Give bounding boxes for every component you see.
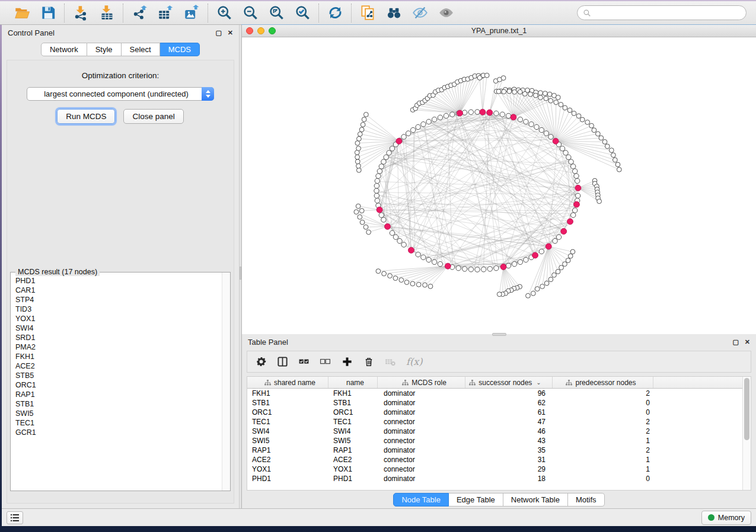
graph-node[interactable] xyxy=(500,112,505,117)
graph-node[interactable] xyxy=(524,119,528,124)
graph-node[interactable] xyxy=(384,155,388,159)
graph-hub-node[interactable] xyxy=(567,219,573,225)
graph-leaf-node[interactable] xyxy=(576,114,581,118)
graph-leaf-node[interactable] xyxy=(393,276,398,281)
export-table-button[interactable] xyxy=(157,4,174,22)
run-mcds-button[interactable]: Run MCDS xyxy=(57,109,115,124)
graph-leaf-node[interactable] xyxy=(360,220,365,225)
tab-mcds[interactable]: MCDS xyxy=(160,43,200,56)
tab-select[interactable]: Select xyxy=(122,43,160,56)
graph-leaf-node[interactable] xyxy=(544,96,548,101)
graph-leaf-node[interactable] xyxy=(358,214,362,219)
graph-node[interactable] xyxy=(438,261,442,266)
mcds-result-item[interactable]: RAP1 xyxy=(15,390,222,399)
graph-node[interactable] xyxy=(401,134,406,139)
graph-leaf-node[interactable] xyxy=(356,146,361,151)
graph-node[interactable] xyxy=(426,257,431,262)
table-row[interactable]: ACE2ACE2connector311 xyxy=(247,455,742,464)
graph-node[interactable] xyxy=(494,265,499,270)
graph-leaf-node[interactable] xyxy=(423,283,428,287)
graph-node[interactable] xyxy=(406,131,410,136)
graph-node[interactable] xyxy=(379,213,384,217)
graph-leaf-node[interactable] xyxy=(559,265,564,270)
graph-leaf-node[interactable] xyxy=(556,95,560,100)
mcds-result-item[interactable]: PHD1 xyxy=(15,276,222,286)
import-network-button[interactable] xyxy=(72,4,90,22)
mcds-result-item[interactable]: SWI5 xyxy=(15,409,222,418)
mcds-result-item[interactable]: PMA2 xyxy=(15,342,222,352)
graph-leaf-node[interactable] xyxy=(376,269,381,274)
graph-leaf-node[interactable] xyxy=(559,102,563,107)
float-panel-icon[interactable]: ▢ xyxy=(215,29,221,37)
graph-node[interactable] xyxy=(421,255,426,259)
graph-node[interactable] xyxy=(377,169,382,174)
graph-hub-node[interactable] xyxy=(500,264,506,270)
graph-hub-node[interactable] xyxy=(561,229,567,235)
graph-node[interactable] xyxy=(393,235,398,239)
graph-leaf-node[interactable] xyxy=(611,153,615,158)
graph-hub-node[interactable] xyxy=(532,252,538,258)
graph-leaf-node[interactable] xyxy=(597,199,602,204)
graph-node[interactable] xyxy=(494,111,499,116)
graph-leaf-node[interactable] xyxy=(362,117,366,122)
graph-hub-node[interactable] xyxy=(480,109,486,115)
graph-leaf-node[interactable] xyxy=(563,105,567,110)
graph-hub-node[interactable] xyxy=(396,138,402,144)
graph-node[interactable] xyxy=(506,263,511,268)
graph-hub-node[interactable] xyxy=(546,243,551,249)
graph-hub-node[interactable] xyxy=(575,185,581,191)
graph-node[interactable] xyxy=(569,159,573,164)
maximize-window-icon[interactable] xyxy=(269,27,276,34)
graph-leaf-node[interactable] xyxy=(356,204,361,209)
table-row[interactable]: TEC1TEC1connector472 xyxy=(247,417,742,427)
graph-node[interactable] xyxy=(375,178,379,183)
splitter-handle[interactable] xyxy=(240,267,241,280)
graph-leaf-node[interactable] xyxy=(501,76,506,81)
graph-leaf-node[interactable] xyxy=(355,141,360,146)
graph-node[interactable] xyxy=(518,259,522,264)
graph-hub-node[interactable] xyxy=(408,247,414,253)
graph-leaf-node[interactable] xyxy=(585,120,590,124)
graph-node[interactable] xyxy=(450,112,455,117)
graph-leaf-node[interactable] xyxy=(602,140,607,145)
tab-edge-table[interactable]: Edge Table xyxy=(449,493,503,507)
select-all-button[interactable] xyxy=(298,355,310,369)
graph-node[interactable] xyxy=(401,242,406,247)
graph-node[interactable] xyxy=(556,235,561,239)
function-builder-button[interactable]: f(x) xyxy=(406,356,422,367)
graph-leaf-node[interactable] xyxy=(355,159,360,164)
graph-leaf-node[interactable] xyxy=(512,89,517,94)
graph-node[interactable] xyxy=(572,208,577,213)
tab-node-table[interactable]: Node Table xyxy=(393,493,449,507)
mcds-result-item[interactable]: YOX1 xyxy=(15,314,222,323)
close-panel-button[interactable]: Close panel xyxy=(123,109,183,124)
graph-leaf-node[interactable] xyxy=(547,92,552,97)
graph-node[interactable] xyxy=(379,164,384,169)
delete-table-button[interactable] xyxy=(384,355,396,369)
graph-node[interactable] xyxy=(374,188,379,193)
delete-column-button[interactable] xyxy=(363,355,374,369)
graph-node[interactable] xyxy=(421,122,426,127)
network-canvas[interactable] xyxy=(242,37,756,334)
graph-leaf-node[interactable] xyxy=(548,277,553,282)
graph-leaf-node[interactable] xyxy=(568,254,573,258)
refresh-view-button[interactable] xyxy=(326,4,344,22)
mcds-result-list[interactable]: PHD1CAR1STP4TID3YOX1SWI4SRD1PMA2FKH1ACE2… xyxy=(11,273,222,491)
graph-node[interactable] xyxy=(475,267,480,272)
mcds-result-item[interactable]: STB5 xyxy=(15,371,222,380)
hide-selected-button[interactable] xyxy=(411,4,429,22)
graph-leaf-node[interactable] xyxy=(572,111,576,116)
mcds-result-item[interactable]: STB1 xyxy=(15,399,222,409)
search-input[interactable] xyxy=(594,9,741,17)
graph-leaf-node[interactable] xyxy=(580,117,585,122)
float-panel-icon[interactable]: ▢ xyxy=(732,338,738,346)
graph-hub-node[interactable] xyxy=(445,263,451,269)
graph-node[interactable] xyxy=(375,198,379,203)
zoom-fit-button[interactable] xyxy=(267,4,285,22)
graph-leaf-node[interactable] xyxy=(356,168,361,172)
tab-motifs[interactable]: Motifs xyxy=(568,493,605,507)
export-image-button[interactable] xyxy=(183,4,200,22)
mcds-result-item[interactable]: SRD1 xyxy=(15,333,222,342)
graph-leaf-node[interactable] xyxy=(358,132,362,136)
graph-node[interactable] xyxy=(566,155,571,159)
